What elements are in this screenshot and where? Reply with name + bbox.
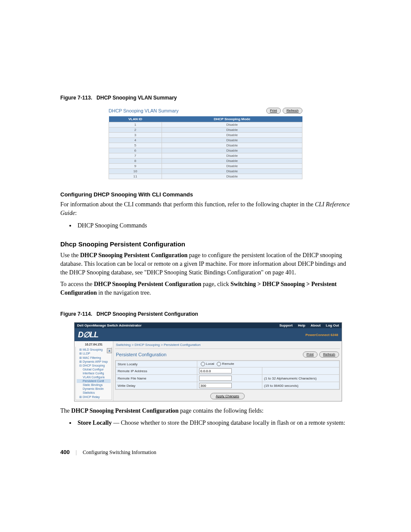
table-row: Disable (162, 159, 302, 164)
tree-item-statistics[interactable]: Statistics (77, 391, 111, 395)
tree-item-persistent-config[interactable]: Persistent Confi (77, 379, 111, 383)
plus-icon: ⊞ (79, 395, 83, 398)
vlan-summary-title: DHCP Snooping VLAN Summary (109, 108, 178, 113)
write-delay-label: Write Delay (116, 382, 197, 389)
support-link[interactable]: Support (280, 324, 293, 327)
print-button[interactable]: Print (303, 352, 318, 358)
breadcrumb: Switching > DHCP Snooping > Persistent C… (115, 341, 340, 349)
paragraph: The DHCP Snooping Persistent Configurati… (60, 407, 351, 415)
remote-file-field[interactable] (199, 376, 232, 381)
logout-link[interactable]: Log Out (326, 324, 339, 327)
table-row: 3 (109, 133, 162, 138)
tree-item-dhcp-relay[interactable]: ⊞ DHCP Relay (77, 395, 111, 399)
plus-icon: ⊞ (79, 352, 83, 355)
fig113-screenshot: DHCP Snooping VLAN Summary Print Refresh… (109, 106, 302, 179)
table-row: 1 (109, 122, 162, 128)
footer-separator: | (76, 449, 77, 456)
nav-tree: 10.27.64.151 ▲ ⊞ MLD Snooping ⊞ LLDP ⊞ M… (75, 341, 113, 401)
refresh-button[interactable]: Refresh (319, 352, 339, 358)
remote-ip-label: Remote IP Address (116, 367, 197, 375)
table-row: Disable (162, 143, 302, 148)
about-link[interactable]: About (311, 324, 321, 327)
page-footer: 400 | Configuring Switching Information (60, 449, 351, 456)
section-heading-persistent: Dhcp Snooping Persistent Configuration (60, 240, 351, 248)
scroll-up-icon[interactable]: ▲ (107, 348, 112, 353)
col-vlan-id: VLAN ID (109, 116, 162, 122)
table-row: 10 (109, 169, 162, 174)
tree-item-dhcp-snooping[interactable]: ⊟ DHCP Snooping (77, 364, 111, 367)
table-row: Disable (162, 169, 302, 174)
table-row: Disable (162, 122, 302, 128)
tree-item-mld[interactable]: ⊞ MLD Snooping (77, 348, 111, 352)
app-title: Dell OpenManage Switch Administrator (77, 324, 142, 327)
figure-caption-114: Figure 7-114. DHCP Snooping Persistent C… (60, 311, 351, 317)
table-row: 4 (109, 138, 162, 143)
col-snooping-mode: DHCP Snooping Mode (162, 116, 302, 122)
tree-item-vlan-config[interactable]: VLAN Configura (77, 375, 111, 379)
table-row: 9 (109, 164, 162, 169)
tree-item-interface-config[interactable]: Interface Config (77, 371, 111, 375)
table-row: Disable (162, 138, 302, 143)
remote-file-label: Remote File Name (116, 375, 197, 382)
table-row: 2 (109, 128, 162, 133)
page-number: 400 (60, 449, 70, 455)
table-row: Disable (162, 128, 302, 133)
subheading-cli: Configuring DHCP Snooping With CLI Comma… (60, 191, 351, 198)
tree-item-dynamic-bindings[interactable]: Dynamic Bindin (77, 387, 111, 391)
radio-remote[interactable] (217, 362, 221, 366)
fig114-screenshot: Dell OpenManage Switch Administrator Sup… (74, 322, 342, 401)
panel-title: Persistent Configuration (116, 352, 166, 357)
delay-hint: (15 to 86400 seconds) (262, 382, 339, 389)
table-row: Disable (162, 174, 302, 179)
dell-logo: D∅LL (78, 330, 98, 339)
paragraph: To access the DHCP Snooping Persistent C… (60, 280, 351, 298)
tree-item-global-config[interactable]: Global Configur (77, 367, 111, 371)
table-row: Disable (162, 148, 302, 153)
file-hint: (1 to 32 Alphanumeric Characters) (262, 375, 339, 382)
tree-item-lldp[interactable]: ⊞ LLDP (77, 352, 111, 355)
fig113-prefix: Figure 7-113. (60, 95, 92, 101)
paragraph: For information about the CLI commands t… (60, 200, 351, 218)
fig113-title: DHCP Snooping VLAN Summary (97, 95, 177, 101)
fig114-prefix: Figure 7-114. (60, 311, 92, 317)
write-delay-field[interactable] (199, 383, 232, 388)
table-row: 11 (109, 174, 162, 179)
vlan-summary-table: VLAN ID DHCP Snooping Mode 1Disable 2Dis… (109, 116, 302, 179)
list-item: DHCP Snooping Commands (76, 221, 351, 230)
model-label: PowerConnect 6248 (305, 333, 338, 337)
paragraph: Use the DHCP Snooping Persistent Configu… (60, 251, 351, 277)
table-row: 7 (109, 153, 162, 159)
table-row: Disable (162, 133, 302, 138)
footer-section-title: Configuring Switching Information (83, 449, 156, 456)
fig114-title: DHCP Snooping Persistent Configuration (97, 311, 198, 317)
table-row: 5 (109, 143, 162, 148)
tree-item-arp[interactable]: ⊞ Dynamic ARP Insp (77, 360, 111, 364)
ip-address: 10.27.64.151 (75, 342, 112, 347)
remote-ip-field[interactable] (199, 368, 232, 373)
tree-item-mac[interactable]: ⊞ MAC Filtering (77, 356, 111, 360)
table-row: Disable (162, 164, 302, 169)
tree-item-static-bindings[interactable]: Static Bindings (77, 383, 111, 387)
plus-icon: ⊞ (79, 360, 83, 363)
figure-caption-113: Figure 7-113. DHCP Snooping VLAN Summary (60, 95, 351, 101)
list-item: Store Locally — Choose whether to store … (76, 419, 351, 427)
config-form: Store Locally Local Remote Remote IP Add… (115, 360, 340, 390)
table-row: 8 (109, 159, 162, 164)
store-locally-label: Store Locally (116, 361, 197, 367)
print-button[interactable]: Print (266, 108, 281, 114)
plus-icon: ⊞ (79, 348, 83, 351)
help-link[interactable]: Help (298, 324, 305, 327)
table-row: Disable (162, 153, 302, 159)
minus-icon: ⊟ (79, 364, 83, 367)
apply-changes-button[interactable]: Apply Changes (210, 393, 245, 399)
plus-icon: ⊞ (79, 356, 83, 359)
table-row: 6 (109, 148, 162, 153)
radio-local[interactable] (201, 362, 205, 366)
refresh-button[interactable]: Refresh (283, 108, 302, 114)
